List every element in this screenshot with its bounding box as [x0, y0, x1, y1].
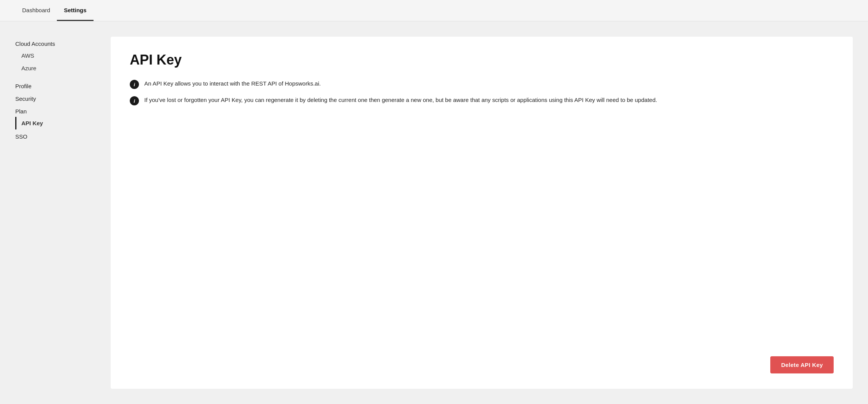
info-row-1: i An API Key allows you to interact with…	[130, 79, 834, 89]
page-content: Cloud Accounts AWS Azure Profile Securit…	[0, 21, 868, 404]
delete-api-key-button[interactable]: Delete API Key	[770, 356, 834, 373]
sidebar-cloud-accounts-section: Cloud Accounts AWS Azure	[15, 37, 99, 74]
main-panel: API Key i An API Key allows you to inter…	[111, 37, 853, 389]
sidebar: Cloud Accounts AWS Azure Profile Securit…	[15, 37, 99, 389]
sidebar-item-security[interactable]: Security	[15, 92, 99, 104]
top-nav: Dashboard Settings	[0, 0, 868, 21]
info-icon-2: i	[130, 96, 139, 105]
sidebar-item-cloud-accounts[interactable]: Cloud Accounts	[15, 37, 99, 49]
page-title: API Key	[130, 52, 834, 68]
tab-dashboard[interactable]: Dashboard	[15, 0, 57, 21]
tab-settings[interactable]: Settings	[57, 0, 93, 21]
sidebar-item-plan[interactable]: Plan	[15, 104, 99, 117]
sidebar-item-sso[interactable]: SSO	[15, 129, 99, 142]
info-text-1: An API Key allows you to interact with t…	[144, 79, 321, 88]
info-icon-1: i	[130, 80, 139, 89]
info-text-2: If you've lost or forgotten your API Key…	[144, 96, 657, 105]
sidebar-item-profile[interactable]: Profile	[15, 79, 99, 92]
sidebar-item-api-key[interactable]: API Key	[15, 117, 99, 129]
info-row-2: i If you've lost or forgotten your API K…	[130, 96, 834, 105]
sidebar-item-azure[interactable]: Azure	[15, 62, 99, 74]
sidebar-item-aws[interactable]: AWS	[15, 49, 99, 62]
